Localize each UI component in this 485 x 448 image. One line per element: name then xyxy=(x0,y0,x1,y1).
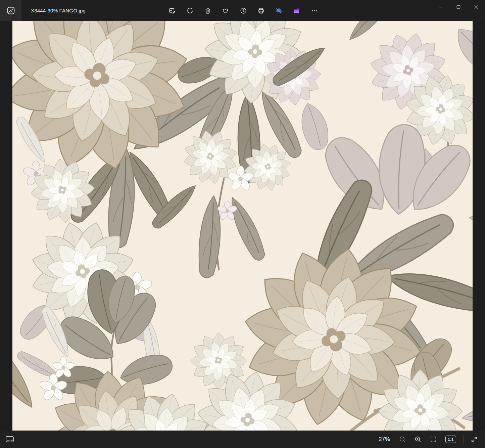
see-more-button[interactable] xyxy=(305,0,323,21)
statusbar-divider xyxy=(463,435,464,444)
onedrive-backup-button[interactable] xyxy=(270,0,288,21)
clipchamp-icon xyxy=(293,7,300,14)
statusbar-divider xyxy=(21,435,21,444)
zoom-out-button[interactable] xyxy=(395,431,410,448)
rotate-icon xyxy=(186,7,194,14)
info-button[interactable] xyxy=(234,0,252,21)
favorite-button[interactable] xyxy=(216,0,234,21)
actual-size-button[interactable]: 1:1 xyxy=(443,431,458,448)
actual-size-label: 1:1 xyxy=(445,436,456,443)
info-icon xyxy=(240,7,247,14)
fit-to-window-button[interactable] xyxy=(426,431,441,448)
app-tile-button[interactable] xyxy=(0,0,21,21)
zoom-out-icon xyxy=(399,436,406,443)
clipchamp-button[interactable] xyxy=(288,0,305,21)
toolbar xyxy=(163,0,323,21)
filmstrip-icon xyxy=(5,436,14,443)
floral-artwork xyxy=(12,21,473,431)
zoom-controls: 27% xyxy=(379,431,482,448)
maximize-button[interactable] xyxy=(449,0,467,14)
fullscreen-icon xyxy=(470,436,478,443)
filmstrip-toggle-button[interactable] xyxy=(3,431,17,448)
print-button[interactable] xyxy=(252,0,270,21)
file-title: X3444-30% FANGO.jpg xyxy=(31,0,86,21)
fit-to-window-icon xyxy=(429,435,437,443)
titlebar: X3444-30% FANGO.jpg xyxy=(0,0,485,21)
rotate-button[interactable] xyxy=(181,0,199,21)
see-more-icon xyxy=(311,7,318,14)
maximize-icon xyxy=(456,5,460,9)
close-icon xyxy=(474,5,478,9)
statusbar: 27% xyxy=(0,431,485,448)
edit-image-button[interactable] xyxy=(163,0,181,21)
delete-button[interactable] xyxy=(199,0,216,21)
minimize-button[interactable] xyxy=(432,0,449,14)
close-button[interactable] xyxy=(467,0,485,14)
zoom-in-button[interactable] xyxy=(410,431,426,448)
viewer-area xyxy=(0,21,485,431)
edit-image-icon xyxy=(168,7,176,14)
minimize-icon xyxy=(439,5,443,9)
heart-icon xyxy=(222,7,229,14)
fullscreen-button[interactable] xyxy=(466,431,482,448)
delete-icon xyxy=(204,7,211,14)
onedrive-off-icon xyxy=(275,7,283,15)
photos-app-window: X3444-30% FANGO.jpg xyxy=(0,0,485,448)
photos-app-icon xyxy=(6,6,15,15)
zoom-level-label: 27% xyxy=(379,436,390,443)
zoom-in-icon xyxy=(414,436,422,443)
photo-canvas[interactable] xyxy=(12,21,473,431)
print-icon xyxy=(257,7,265,14)
window-controls xyxy=(432,0,485,14)
